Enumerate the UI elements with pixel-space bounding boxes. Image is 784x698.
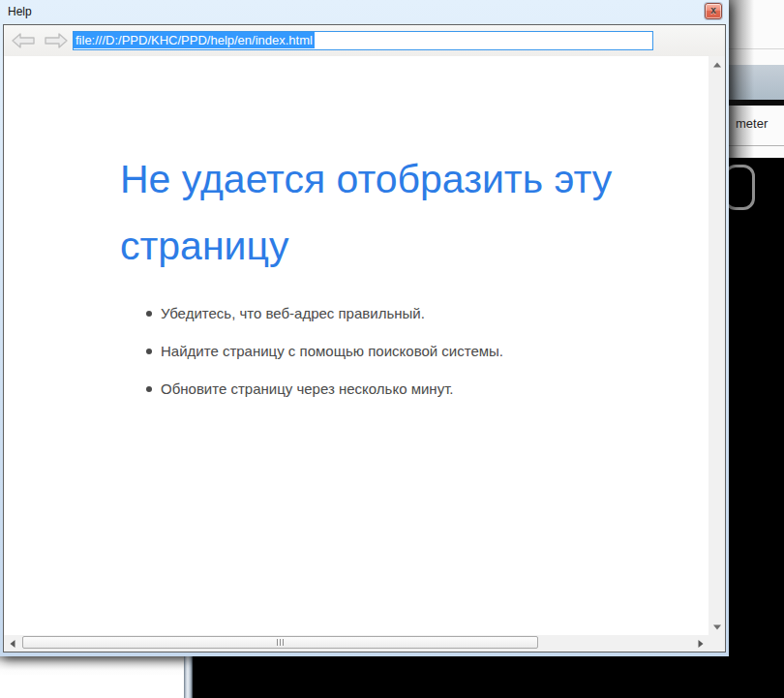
client-area: file:///D:/PPD/KHC/PPD/help/en/index.htm… [3, 24, 726, 652]
error-title-line-2: страницу [120, 213, 709, 280]
error-page-title: Не удается отобразить эту страницу [120, 146, 709, 280]
titlebar[interactable]: Help x [0, 0, 729, 24]
scroll-down-button[interactable] [709, 619, 725, 635]
scroll-left-button[interactable] [4, 635, 20, 652]
scroll-right-button[interactable] [692, 635, 709, 652]
help-window: Help x file:///D:/PPD/KHC/PPD/help/en/in… [0, 0, 729, 656]
background-right-panel: meter [729, 0, 784, 158]
vertical-scrollbar[interactable] [709, 56, 725, 635]
suggestion-text: Обновите страницу через несколько минут. [161, 379, 454, 400]
error-title-line-1: Не удается отобразить эту [120, 146, 709, 213]
background-window-border-divider [184, 656, 193, 698]
scroll-down-icon [713, 624, 721, 629]
suggestion-text: Убедитесь, что веб-адрес правильный. [161, 303, 425, 324]
bullet-icon [146, 349, 152, 354]
error-page-content: Не удается отобразить эту страницу Убеди… [4, 56, 709, 635]
list-item: Убедитесь, что веб-адрес правильный. [146, 303, 503, 324]
window-drop-shadow [729, 0, 754, 158]
horizontal-scrollbar-thumb[interactable] [22, 636, 538, 649]
back-button[interactable] [11, 31, 36, 50]
scrollbar-corner [709, 635, 725, 652]
back-arrow-icon [11, 31, 36, 50]
forward-arrow-icon [44, 31, 69, 50]
scroll-left-icon [10, 640, 15, 648]
window-title: Help [8, 5, 32, 18]
close-button[interactable]: x [705, 3, 722, 19]
scroll-up-button[interactable] [709, 56, 725, 73]
address-selected-text: file:///D:/PPD/KHC/PPD/help/en/index.htm… [74, 32, 315, 48]
address-input[interactable]: file:///D:/PPD/KHC/PPD/help/en/index.htm… [73, 31, 653, 50]
error-suggestion-list: Убедитесь, что веб-адрес правильный. Най… [146, 303, 503, 416]
bullet-icon [146, 311, 152, 317]
list-item: Обновите страницу через несколько минут. [146, 379, 503, 400]
background-window-right: meter [729, 0, 784, 698]
list-item: Найдите страницу с помощью поисковой сис… [146, 341, 503, 362]
horizontal-scrollbar[interactable] [4, 635, 709, 652]
suggestion-text: Найдите страницу с помощью поисковой сис… [161, 341, 503, 362]
background-window-bottom-left [0, 656, 184, 698]
scroll-up-icon [713, 62, 721, 67]
bullet-icon [146, 386, 152, 392]
scroll-right-icon [698, 640, 703, 648]
forward-button[interactable] [44, 31, 69, 50]
navigation-toolbar: file:///D:/PPD/KHC/PPD/help/en/index.htm… [4, 25, 725, 56]
